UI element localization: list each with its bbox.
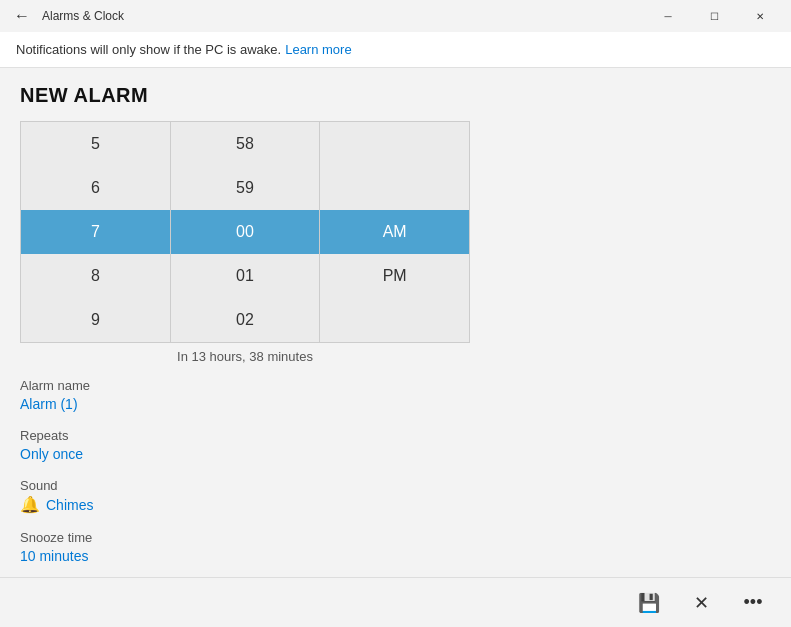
meridiem-am-selected[interactable]: AM bbox=[320, 210, 469, 254]
minutes-column[interactable]: 58 59 00 01 02 bbox=[171, 122, 321, 342]
hour-9[interactable]: 9 bbox=[21, 298, 170, 342]
bottom-toolbar: 💾 ✕ ••• bbox=[0, 577, 791, 627]
title-bar: ← Alarms & Clock ─ ☐ ✕ bbox=[0, 0, 791, 32]
minute-59[interactable]: 59 bbox=[171, 166, 320, 210]
sound-field[interactable]: 🔔 Chimes bbox=[20, 495, 771, 514]
app-title: Alarms & Clock bbox=[36, 9, 645, 23]
minimize-button[interactable]: ─ bbox=[645, 0, 691, 32]
sound-label: Sound bbox=[20, 478, 771, 493]
notification-bar: Notifications will only show if the PC i… bbox=[0, 32, 791, 68]
bell-icon: 🔔 bbox=[20, 495, 40, 514]
repeats-value[interactable]: Only once bbox=[20, 446, 83, 462]
alarm-name-value[interactable]: Alarm (1) bbox=[20, 396, 78, 412]
notification-text: Notifications will only show if the PC i… bbox=[16, 42, 281, 57]
page-title: NEW ALARM bbox=[20, 84, 771, 107]
save-button[interactable]: 💾 bbox=[627, 581, 671, 625]
window-controls: ─ ☐ ✕ bbox=[645, 0, 783, 32]
minute-00-selected[interactable]: 00 bbox=[171, 210, 320, 254]
minute-02[interactable]: 02 bbox=[171, 298, 320, 342]
hour-8[interactable]: 8 bbox=[21, 254, 170, 298]
meridiem-empty-1 bbox=[320, 122, 469, 166]
alarm-name-label: Alarm name bbox=[20, 378, 771, 393]
hour-6[interactable]: 6 bbox=[21, 166, 170, 210]
sound-value[interactable]: Chimes bbox=[46, 497, 93, 513]
minute-58[interactable]: 58 bbox=[171, 122, 320, 166]
hour-5[interactable]: 5 bbox=[21, 122, 170, 166]
hours-column[interactable]: 5 6 7 8 9 bbox=[21, 122, 171, 342]
delete-button[interactable]: ✕ bbox=[679, 581, 723, 625]
time-picker[interactable]: 5 6 7 8 9 58 59 00 01 02 AM PM bbox=[20, 121, 470, 343]
meridiem-empty-2 bbox=[320, 166, 469, 210]
back-icon: ← bbox=[14, 7, 30, 25]
learn-more-link[interactable]: Learn more bbox=[285, 42, 351, 57]
save-icon: 💾 bbox=[638, 592, 660, 614]
more-button[interactable]: ••• bbox=[731, 581, 775, 625]
meridiem-empty-3 bbox=[320, 298, 469, 342]
back-button[interactable]: ← bbox=[8, 2, 36, 30]
more-icon: ••• bbox=[744, 592, 763, 613]
meridiem-pm[interactable]: PM bbox=[320, 254, 469, 298]
delete-icon: ✕ bbox=[694, 592, 709, 614]
meridiem-column[interactable]: AM PM bbox=[320, 122, 469, 342]
repeats-label: Repeats bbox=[20, 428, 771, 443]
snooze-label: Snooze time bbox=[20, 530, 771, 545]
minute-01[interactable]: 01 bbox=[171, 254, 320, 298]
main-content: NEW ALARM 5 6 7 8 9 58 59 00 01 02 AM PM… bbox=[0, 68, 791, 580]
hour-7-selected[interactable]: 7 bbox=[21, 210, 170, 254]
time-info: In 13 hours, 38 minutes bbox=[20, 349, 470, 364]
close-button[interactable]: ✕ bbox=[737, 0, 783, 32]
maximize-button[interactable]: ☐ bbox=[691, 0, 737, 32]
snooze-value[interactable]: 10 minutes bbox=[20, 548, 88, 564]
